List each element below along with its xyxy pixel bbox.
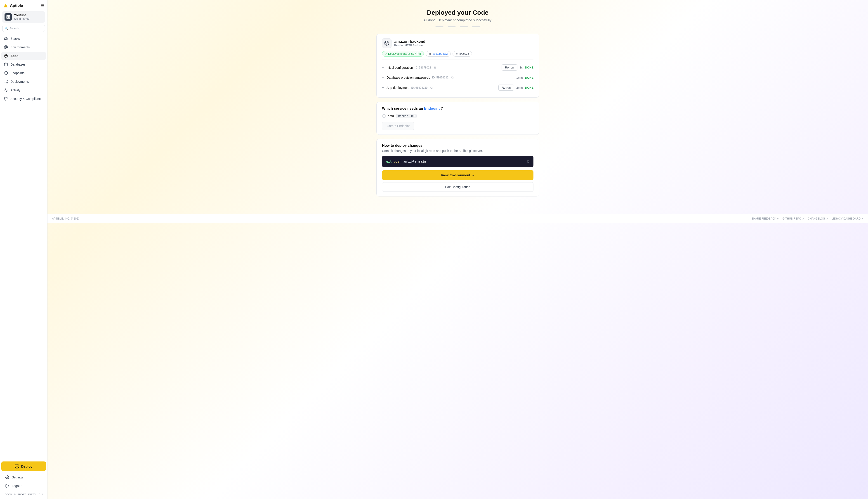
sidebar-item-settings[interactable]: Settings: [3, 473, 45, 482]
sidebar-item-activity[interactable]: Activity: [1, 86, 46, 94]
op-id-1: ID: 58678023: [415, 66, 431, 69]
chevron-icon-1: ∨: [382, 66, 384, 69]
footer-legacy-dashboard[interactable]: LEGACY DASHBOARD ↗: [832, 217, 864, 220]
deploy-desc: Commit changes to your local git repo an…: [382, 149, 533, 153]
sidebar-item-environments[interactable]: Environments: [1, 43, 46, 51]
search-icon: 🔍: [4, 27, 8, 30]
service-row: cmd Docker CMD: [382, 114, 533, 118]
op-id-2: ID: 58676632: [432, 76, 448, 79]
install-cli-link[interactable]: INSTALL CLI: [28, 493, 43, 496]
deploy-title: How to deploy changes: [382, 144, 533, 148]
sidebar-item-databases[interactable]: Databases: [1, 60, 46, 69]
search-input[interactable]: [2, 25, 45, 32]
operation-row-3: ∨ App deployment ID: 58678129 ⧉ Re-run 2…: [382, 82, 533, 93]
app-info: amazon-backend Pending HTTP Endpoint: [394, 39, 425, 47]
logo-area: Aptible: [3, 3, 23, 8]
endpoint-icon: [4, 71, 8, 75]
footer-left: APTIBLE, INC. © 2023: [52, 217, 79, 220]
footer-changelog[interactable]: CHANGELOG ↗: [808, 217, 828, 220]
operation-row-1: ∨ Initial configuration ID: 58678023 ⧉ R…: [382, 62, 533, 73]
op-right-3: Re-run 2min DONE: [498, 85, 534, 91]
op-copy-btn-2[interactable]: ⧉: [450, 75, 455, 80]
copy-code-button[interactable]: ⧉: [527, 159, 529, 163]
sidebar-item-label-security: Security & Compliance: [10, 97, 42, 101]
op-left-3: ∨ App deployment ID: 58678129 ⧉: [382, 85, 434, 90]
svg-rect-3: [9, 15, 10, 16]
op-id-3: ID: 58678129: [411, 86, 427, 89]
svg-point-15: [7, 477, 8, 478]
footer-github-repo[interactable]: GITHUB REPO ↗: [783, 217, 804, 220]
sidebar-header: Aptible ☰: [0, 0, 47, 10]
create-endpoint-button[interactable]: Create Endpoint: [382, 122, 414, 130]
deploy-plus-icon: +: [15, 464, 19, 468]
progress-dot-4: [472, 26, 480, 27]
op-right-1: Re-run 3s DONE: [501, 64, 533, 71]
logout-icon: [5, 484, 10, 488]
checkmark-icon: ✓: [385, 52, 387, 56]
code-main: main: [418, 160, 426, 163]
menu-icon[interactable]: ☰: [40, 3, 44, 8]
sidebar-item-endpoints[interactable]: Endpoints: [1, 69, 46, 77]
sidebar-item-label-activity: Activity: [10, 88, 20, 92]
sidebar-item-label-apps: Apps: [10, 54, 18, 58]
sidebar-footer-links: DOCS SUPPORT INSTALL CLI: [1, 491, 46, 496]
endpoint-link[interactable]: Endpoint: [424, 107, 439, 110]
op-copy-btn-1[interactable]: ⧉: [433, 65, 437, 70]
service-name: cmd: [388, 114, 394, 118]
op-left-1: ∨ Initial configuration ID: 58678023 ⧉: [382, 65, 437, 70]
page-subtitle: All done! Deployment completed successfu…: [376, 18, 539, 22]
op-left-2: ∨ Database provision amazon-db ID: 58676…: [382, 75, 455, 80]
chevron-icon-2: ∨: [382, 76, 384, 79]
op-right-2: 1min DONE: [516, 76, 533, 80]
edit-configuration-button[interactable]: Edit Configuration: [382, 182, 533, 192]
deploy-instructions-card: How to deploy changes Commit changes to …: [376, 139, 539, 196]
docs-link[interactable]: DOCS: [4, 493, 12, 496]
sidebar-bottom: + Deploy Settings: [0, 459, 47, 499]
sidebar-item-stacks[interactable]: Stacks: [1, 35, 46, 43]
tag-env: youtube-a32: [426, 51, 451, 57]
deploy-button[interactable]: + Deploy: [1, 461, 46, 471]
footer-share-feedback[interactable]: SHARE FEEDBACK ∨: [751, 217, 779, 220]
progress-dot-2: [448, 26, 456, 27]
app-box-icon: [384, 40, 389, 46]
org-name: Youtube: [14, 13, 30, 17]
svg-rect-4: [7, 17, 8, 18]
rerun-btn-1[interactable]: Re-run: [501, 64, 518, 71]
footer-right: SHARE FEEDBACK ∨ GITHUB REPO ↗ CHANGELOG…: [751, 217, 864, 220]
sidebar-item-deployments[interactable]: Deployments: [1, 77, 46, 86]
progress-dot-3: [460, 26, 468, 27]
deploy-button-label: Deploy: [21, 464, 32, 468]
radio-circle[interactable]: [382, 114, 386, 118]
support-link[interactable]: SUPPORT: [14, 493, 26, 496]
progress-dot-1: [435, 26, 444, 27]
sidebar-item-security[interactable]: Security & Compliance: [1, 95, 46, 103]
aptible-logo-icon: [3, 3, 8, 8]
op-copy-btn-3[interactable]: ⧉: [429, 85, 434, 90]
org-user: Kishan Sheth: [14, 17, 30, 21]
org-icon: [4, 13, 12, 21]
external-link-icon-3: ↗: [861, 217, 864, 220]
org-selector[interactable]: Youtube Kishan Sheth: [2, 11, 45, 23]
code-text: git push aptible main: [386, 160, 426, 163]
database-icon: [4, 62, 8, 67]
progress-dots: [376, 26, 539, 27]
op-time-2: 1min: [516, 76, 523, 80]
view-environment-button[interactable]: View Environment →: [382, 170, 533, 180]
bottom-nav: Settings Logout: [1, 472, 46, 491]
sidebar-item-apps[interactable]: Apps: [1, 52, 46, 60]
code-git: git: [386, 160, 392, 163]
svg-rect-2: [7, 15, 8, 16]
page-title: Deployed your Code: [376, 9, 539, 16]
sidebar-item-label-deployments: Deployments: [10, 80, 29, 83]
sidebar-item-label-settings: Settings: [12, 475, 23, 479]
box-icon: [4, 53, 8, 58]
tag-deployed: ✓ Deployed today at 5:37 PM: [382, 51, 424, 57]
deployment-card-header: amazon-backend Pending HTTP Endpoint: [382, 38, 533, 48]
logo-text: Aptible: [10, 3, 23, 8]
sidebar-item-logout[interactable]: Logout: [3, 482, 45, 490]
sidebar-item-label-logout: Logout: [12, 484, 22, 488]
app-icon-box: [382, 38, 392, 48]
chevron-icon-3: ∨: [382, 86, 384, 89]
svg-point-10: [4, 63, 8, 64]
rerun-btn-3[interactable]: Re-run: [498, 85, 514, 91]
